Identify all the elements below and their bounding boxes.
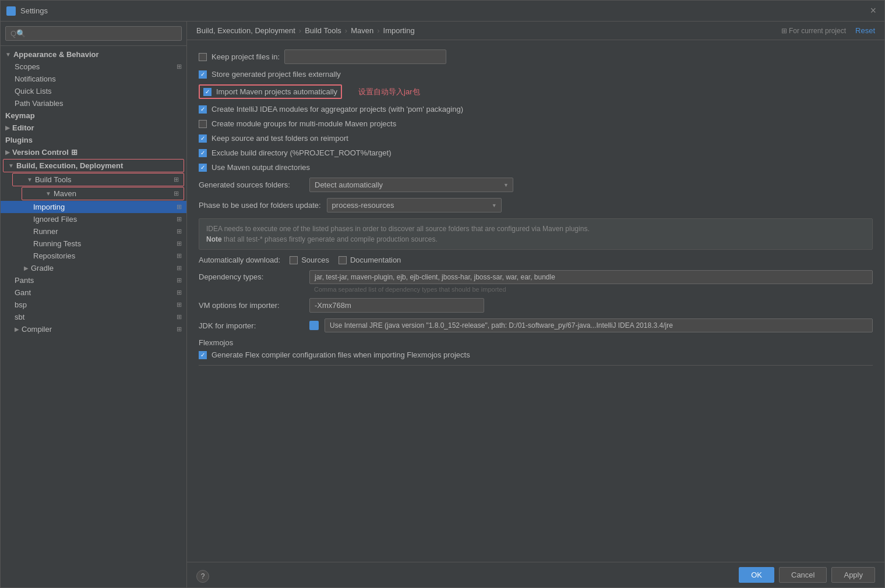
store-external-label[interactable]: Store generated project files externally [199, 70, 341, 79]
horizontal-scrollbar[interactable] [199, 365, 873, 372]
phase-label: Phase to be used for folders update: [199, 201, 321, 210]
phase-dropdown[interactable]: process-resources generate-sources gener… [327, 198, 502, 212]
sidebar-item-label: Maven [54, 189, 76, 198]
sidebar-item-label: Build, Execution, Deployment [16, 161, 123, 170]
sidebar-item-build-exec[interactable]: ▼ Build, Execution, Deployment [3, 159, 184, 172]
reset-button[interactable]: Reset [855, 26, 875, 35]
breadcrumb-sep: › [345, 26, 347, 35]
breadcrumb-part-4: Importing [383, 26, 415, 35]
close-button[interactable]: × [868, 5, 879, 17]
auto-download-label: Automatically download: [199, 256, 280, 264]
item-badge: ⊞ [177, 301, 182, 309]
arrow-icon: ▼ [5, 51, 11, 58]
item-badge: ⊞ [177, 264, 182, 272]
keep-source-checkbox[interactable] [199, 134, 207, 143]
sidebar-item-appearance[interactable]: ▼ Appearance & Behavior [1, 48, 186, 61]
item-badge: ⊞ [174, 190, 179, 197]
create-modules-checkbox[interactable] [199, 105, 207, 114]
generated-sources-label: Generated sources folders: [199, 180, 304, 189]
cancel-button[interactable]: Cancel [779, 567, 827, 583]
project-label: ⊞ For current project [781, 27, 846, 35]
keep-source-label[interactable]: Keep source and test folders on reimport [199, 134, 348, 143]
sidebar-item-keymap[interactable]: Keymap [1, 109, 186, 122]
jdk-row: JDK for importer: Use Internal JRE (java… [199, 318, 873, 332]
ok-button[interactable]: OK [739, 567, 774, 583]
sidebar-item-label: Importing [33, 203, 65, 211]
create-groups-label[interactable]: Create module groups for multi-module Ma… [199, 119, 396, 128]
documentation-checkbox[interactable] [339, 256, 347, 264]
exclude-build-label[interactable]: Exclude build directory (%PROJECT_ROOT%/… [199, 148, 391, 157]
keep-project-checkbox[interactable] [199, 53, 207, 61]
sidebar-item-running-tests[interactable]: Running Tests ⊞ [1, 238, 186, 250]
sidebar-item-label: bsp [15, 300, 27, 309]
sidebar-item-label: Running Tests [33, 239, 81, 248]
settings-window: Settings × ▼ Appearance & Behavior Scope… [0, 0, 885, 588]
sidebar-item-notifications[interactable]: Notifications [1, 73, 186, 85]
store-external-checkbox[interactable] [199, 70, 207, 79]
help-button[interactable]: ? [196, 570, 209, 583]
item-badge: ⊞ [177, 215, 182, 223]
sidebar-item-sbt[interactable]: sbt ⊞ [1, 311, 186, 323]
sidebar-item-scopes[interactable]: Scopes ⊞ [1, 61, 186, 73]
item-badge: ⊞ [177, 228, 182, 235]
arrow-icon: ▶ [5, 125, 10, 131]
sidebar-item-repositories[interactable]: Repositories ⊞ [1, 250, 186, 262]
create-modules-row: Create IntelliJ IDEA modules for aggrega… [199, 105, 873, 114]
sidebar-item-quick-lists[interactable]: Quick Lists [1, 85, 186, 97]
arrow-icon: ▶ [24, 265, 29, 271]
sources-label: Sources [301, 256, 329, 264]
use-output-checkbox[interactable] [199, 164, 207, 172]
sidebar-item-gradle[interactable]: ▶ Gradle ⊞ [1, 262, 186, 274]
titlebar: Settings × [1, 1, 884, 22]
sidebar-item-label: Ignored Files [33, 215, 77, 224]
create-modules-label[interactable]: Create IntelliJ IDEA modules for aggrega… [199, 105, 463, 114]
sidebar-item-runner[interactable]: Runner ⊞ [1, 225, 186, 238]
sidebar-item-label: Keymap [5, 111, 35, 120]
sidebar-item-pants[interactable]: Pants ⊞ [1, 274, 186, 286]
sources-checkbox[interactable] [290, 256, 298, 264]
sidebar-item-bsp[interactable]: bsp ⊞ [1, 299, 186, 311]
item-badge: ⊞ [177, 240, 182, 247]
documentation-checkbox-group: Documentation [339, 256, 401, 264]
dependency-types-row: Dependency types: jar, test-jar, maven-p… [199, 270, 873, 295]
window-title: Settings [20, 6, 868, 15]
sidebar-item-label: Version Control [12, 148, 69, 157]
generate-flex-label[interactable]: Generate Flex compiler configuration fil… [199, 350, 470, 359]
apply-button[interactable]: Apply [831, 567, 875, 583]
vm-options-label: VM options for importer: [199, 301, 304, 310]
sidebar-item-ignored-files[interactable]: Ignored Files ⊞ [1, 213, 186, 225]
sidebar-item-version-control[interactable]: ▶ Version Control ⊞ [1, 146, 186, 158]
settings-content: Keep project files in: Store generated p… [187, 40, 884, 562]
sidebar-item-label: Path Variables [15, 99, 64, 108]
phase-row: Phase to be used for folders update: pro… [199, 198, 873, 212]
annotation-text: 设置自动导入jar包 [358, 87, 419, 97]
vm-options-input[interactable] [309, 298, 484, 313]
sidebar-item-maven[interactable]: ▼ Maven ⊞ [22, 187, 184, 200]
use-output-label[interactable]: Use Maven output directories [199, 163, 310, 172]
info-box: IDEA needs to execute one of the listed … [199, 218, 873, 250]
sidebar-item-compiler[interactable]: ▶ Compiler ⊞ [1, 323, 186, 335]
import-maven-row: Import Maven projects automatically 设置自动… [199, 84, 873, 99]
import-maven-checkbox[interactable] [203, 88, 211, 96]
sidebar-item-plugins[interactable]: Plugins [1, 134, 186, 146]
sources-checkbox-group: Sources [290, 256, 329, 264]
keep-project-input[interactable] [284, 49, 446, 64]
note-label: Note [206, 235, 224, 243]
generate-flex-checkbox[interactable] [199, 351, 207, 359]
sidebar-item-gant[interactable]: Gant ⊞ [1, 286, 186, 299]
search-input[interactable] [5, 26, 182, 41]
breadcrumb-part-1: Build, Execution, Deployment [196, 26, 295, 35]
flexmojos-header: Flexmojos [199, 338, 873, 347]
jdk-icon [309, 321, 319, 330]
generated-sources-dropdown[interactable]: Detect automatically Sources root Genera… [309, 178, 513, 192]
import-maven-label[interactable]: Import Maven projects automatically [199, 84, 342, 99]
exclude-build-checkbox[interactable] [199, 149, 207, 157]
create-groups-checkbox[interactable] [199, 120, 207, 128]
sidebar-item-build-tools[interactable]: ▼ Build Tools ⊞ [12, 173, 184, 186]
sidebar-item-editor[interactable]: ▶ Editor [1, 122, 186, 134]
sidebar-item-importing[interactable]: Importing ⊞ [1, 201, 186, 213]
generated-sources-dropdown-wrapper: Detect automatically Sources root Genera… [309, 178, 513, 192]
jdk-value[interactable]: Use Internal JRE (java version "1.8.0_15… [325, 318, 873, 332]
sidebar-item-path-variables[interactable]: Path Variables [1, 97, 186, 109]
breadcrumb-part-3: Maven [351, 26, 373, 35]
